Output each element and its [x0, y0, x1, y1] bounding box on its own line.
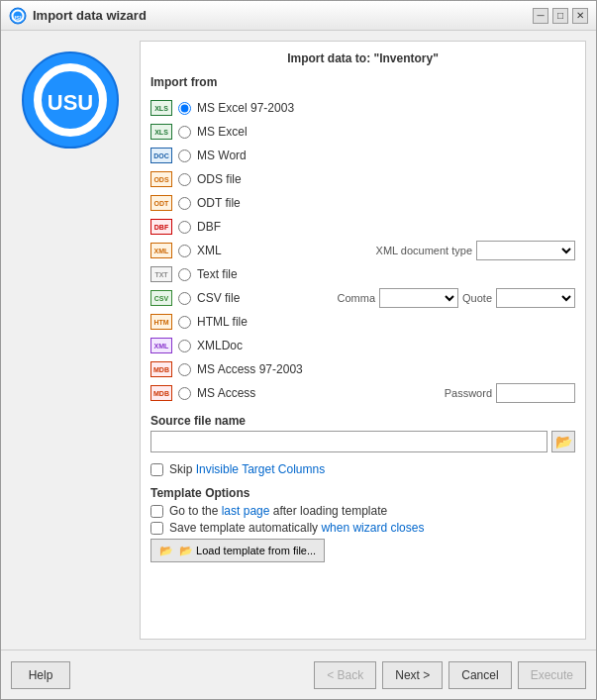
load-template-icon: 📂 [159, 545, 173, 557]
csv-label[interactable]: CSV file [197, 291, 332, 305]
text-label[interactable]: Text file [197, 267, 575, 281]
csv-extra: Comma Quote [338, 288, 575, 308]
html-icon: HTM [150, 314, 172, 330]
quote-select[interactable] [496, 288, 575, 308]
cancel-button[interactable]: Cancel [448, 661, 511, 689]
excel97-radio[interactable] [178, 102, 191, 115]
content-area: USU Import data to: "Inventory" Import f… [1, 31, 596, 650]
xml-radio[interactable] [178, 245, 191, 257]
word-label[interactable]: MS Word [197, 149, 575, 162]
access-radio[interactable] [178, 387, 191, 400]
save-template-label[interactable]: Save template automatically when wizard … [169, 521, 424, 535]
access-icon: MDB [150, 385, 172, 401]
go-to-last-page-row: Go to the last page after loading templa… [150, 504, 575, 518]
html-label[interactable]: HTML file [197, 315, 575, 329]
source-file-input[interactable] [150, 431, 547, 452]
go-to-last-page-label[interactable]: Go to the last page after loading templa… [169, 504, 387, 518]
word-radio[interactable] [178, 150, 191, 162]
odt-radio[interactable] [178, 197, 191, 210]
browse-button[interactable]: 📂 [551, 431, 575, 452]
ods-radio[interactable] [178, 173, 191, 186]
next-button[interactable]: Next > [382, 661, 443, 689]
access97-radio[interactable] [178, 363, 191, 376]
template-options-section: Template Options Go to the last page aft… [150, 486, 575, 562]
source-file-section: Source file name 📂 [150, 414, 575, 452]
odt-label[interactable]: ODT file [197, 196, 575, 210]
list-item: XML XML XML document type [150, 240, 575, 261]
close-button[interactable]: ✕ [572, 8, 588, 24]
access97-icon: MDB [150, 361, 172, 377]
xml-label[interactable]: XML [197, 244, 370, 257]
access-label[interactable]: MS Access [197, 386, 439, 400]
access97-label[interactable]: MS Access 97-2003 [197, 362, 575, 376]
list-item: TXT Text file [150, 263, 575, 285]
dbf-radio[interactable] [178, 221, 191, 234]
list-item: XLS MS Excel [150, 121, 575, 143]
file-input-row: 📂 [150, 431, 575, 452]
xml-extra: XML document type [376, 241, 575, 260]
right-panel: Import data to: "Inventory" Import from … [140, 41, 586, 640]
excel-radio[interactable] [178, 126, 191, 139]
help-button[interactable]: Help [11, 661, 70, 689]
xml-icon: XML [150, 243, 172, 258]
xml-doc-type-label: XML document type [376, 245, 472, 256]
ods-label[interactable]: ODS file [197, 172, 575, 186]
comma-label: Comma [338, 292, 376, 304]
list-item: HTM HTML file [150, 311, 575, 333]
execute-button[interactable]: Execute [518, 661, 586, 689]
skip-invisible-label[interactable]: Skip Invisible Target Columns [169, 462, 325, 476]
ods-icon: ODS [150, 171, 172, 187]
load-template-label: 📂 Load template from file... [179, 545, 316, 557]
title-bar: USU Import data wizard ─ □ ✕ [1, 1, 596, 31]
minimize-button[interactable]: ─ [533, 8, 548, 24]
csv-icon: CSV [150, 290, 172, 306]
svg-text:USU: USU [48, 90, 93, 115]
logo-area: USU [11, 41, 130, 640]
go-to-last-page-checkbox[interactable] [150, 505, 163, 518]
skip-invisible-checkbox[interactable] [150, 463, 163, 476]
footer-right: < Back Next > Cancel Execute [314, 661, 586, 689]
xmldoc-icon: XML [150, 338, 172, 353]
dbf-icon: DBF [150, 219, 172, 235]
list-item: DBF DBF [150, 216, 575, 238]
save-template-row: Save template automatically when wizard … [150, 521, 575, 535]
list-item: MDB MS Access 97-2003 [150, 358, 575, 380]
excel97-label[interactable]: MS Excel 97-2003 [197, 101, 575, 115]
excel-label[interactable]: MS Excel [197, 125, 575, 139]
list-item: XLS MS Excel 97-2003 [150, 97, 575, 119]
xmldoc-label[interactable]: XMLDoc [197, 339, 575, 352]
password-label: Password [445, 387, 492, 399]
panel-title: Import data to: "Inventory" [150, 51, 575, 65]
password-input[interactable] [496, 383, 575, 403]
maximize-button[interactable]: □ [552, 8, 568, 24]
back-button[interactable]: < Back [314, 661, 376, 689]
list-item: ODS ODS file [150, 168, 575, 190]
window-title: Import data wizard [33, 8, 533, 23]
import-from-label: Import from [150, 75, 575, 89]
access-extra: Password [445, 383, 575, 403]
import-wizard-window: USU Import data wizard ─ □ ✕ USU Import … [0, 0, 597, 700]
excel97-icon: XLS [150, 100, 172, 116]
list-item: DOC MS Word [150, 145, 575, 166]
html-radio[interactable] [178, 316, 191, 329]
window-controls: ─ □ ✕ [533, 8, 588, 24]
source-file-label: Source file name [150, 414, 575, 428]
main-panel: USU Import data to: "Inventory" Import f… [11, 41, 586, 640]
text-radio[interactable] [178, 268, 191, 281]
skip-invisible-row: Skip Invisible Target Columns [150, 462, 575, 476]
xml-doc-type-select[interactable] [476, 241, 575, 260]
csv-radio[interactable] [178, 292, 191, 305]
xmldoc-radio[interactable] [178, 340, 191, 352]
dbf-label[interactable]: DBF [197, 220, 575, 234]
word-icon: DOC [150, 148, 172, 163]
comma-select[interactable] [379, 288, 458, 308]
list-item: CSV CSV file Comma Quote [150, 287, 575, 309]
load-template-button[interactable]: 📂 📂 Load template from file... [150, 539, 325, 562]
app-icon: USU [9, 7, 27, 25]
save-template-checkbox[interactable] [150, 522, 163, 535]
import-options-list: XLS MS Excel 97-2003 XLS MS Excel DOC [150, 97, 575, 404]
footer: Help < Back Next > Cancel Execute [1, 650, 596, 699]
odt-icon: ODT [150, 195, 172, 211]
template-options-title: Template Options [150, 486, 575, 500]
txt-icon: TXT [150, 266, 172, 282]
